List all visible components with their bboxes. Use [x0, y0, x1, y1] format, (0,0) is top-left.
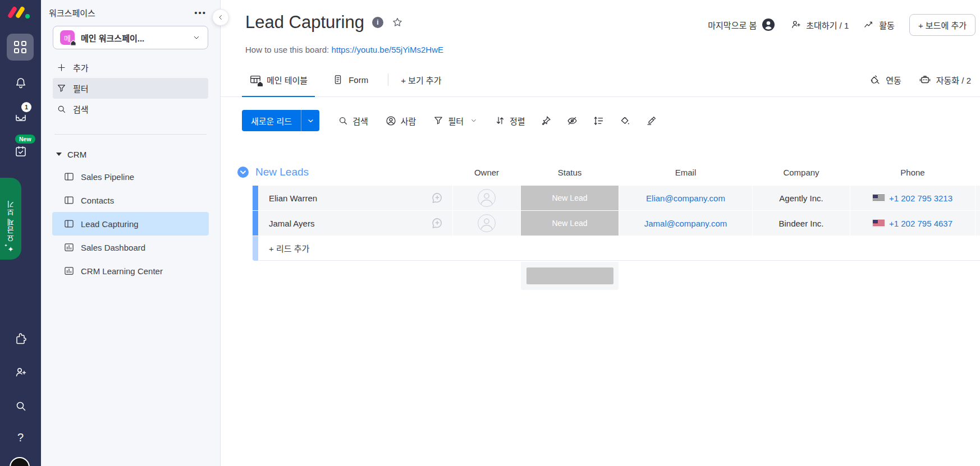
tab-main-table[interactable]: 메인 테이블 — [242, 63, 315, 96]
sidebar-item-label: 추가 — [73, 62, 89, 73]
status-cell[interactable]: New Lead — [521, 211, 619, 236]
sidebar-board-lead-capturing[interactable]: Lead Capturing — [52, 212, 209, 236]
funnel-icon — [433, 115, 444, 126]
tab-label: 메인 테이블 — [267, 74, 308, 86]
email-cell[interactable]: Jamal@company.com — [619, 211, 752, 236]
tab-form[interactable]: Form — [325, 63, 375, 96]
board-info-button[interactable]: i — [372, 17, 383, 28]
viewer-avatar-icon — [761, 17, 776, 32]
sidebar-board-contacts[interactable]: Contacts — [52, 188, 209, 212]
sort-arrows-icon — [494, 115, 506, 126]
email-cell[interactable]: Elian@company.com — [619, 186, 752, 210]
sidebar-item-add[interactable]: 추가 — [53, 57, 208, 78]
dashboard-chart-icon — [63, 242, 75, 253]
integrate-button[interactable]: 연동 — [869, 73, 901, 86]
sidebar-menu-dots[interactable]: ••• — [194, 8, 207, 17]
favorite-star-button[interactable] — [391, 16, 404, 29]
owner-cell[interactable] — [453, 211, 520, 236]
sidebar-board-sales-dashboard[interactable]: Sales Dashboard — [52, 236, 209, 259]
row-color-bar[interactable] — [253, 186, 258, 210]
global-search-button[interactable] — [0, 396, 41, 416]
add-update-button[interactable] — [430, 191, 445, 205]
automate-button[interactable]: 자동화 / 2 — [918, 73, 971, 86]
group-title[interactable]: New Leads — [253, 166, 452, 178]
invite-members-button[interactable] — [0, 362, 41, 382]
user-avatar[interactable] — [10, 457, 30, 466]
board-toolbar: 새로운 리드 검색 사람 필터 정렬 — [242, 107, 657, 135]
view-tabs: 메인 테이블 Form + 보기 추가 연동 — [220, 63, 980, 97]
search-icon — [14, 399, 28, 413]
add-update-button[interactable] — [430, 216, 445, 230]
toolbar-search-button[interactable]: 검색 — [337, 115, 368, 127]
row-height-icon — [593, 115, 605, 127]
column-header-status[interactable]: Status — [521, 168, 619, 177]
column-header-owner[interactable]: Owner — [453, 168, 520, 177]
status-distribution-bar[interactable] — [526, 267, 613, 284]
star-icon — [391, 16, 404, 29]
board-icon — [63, 218, 75, 229]
add-view-button[interactable]: + 보기 추가 — [401, 74, 441, 86]
column-header-phone[interactable]: Phone — [850, 168, 975, 177]
folder-crm[interactable]: CRM — [41, 144, 220, 165]
email-link: Elian@company.com — [646, 193, 725, 203]
column-header-company[interactable]: Company — [753, 168, 850, 177]
see-plans-tab[interactable]: 요금제 보기 ✦✦ — [0, 178, 21, 260]
board-description: How to use this board: https://youtu.be/… — [245, 45, 443, 54]
us-flag-icon — [873, 195, 885, 201]
how-to-link[interactable]: https://youtu.be/55jYiMs2HwE — [331, 45, 443, 54]
toolbar-sort-button[interactable]: 정렬 — [494, 115, 525, 127]
sidebar-divider — [54, 134, 207, 135]
owner-cell[interactable] — [453, 186, 520, 210]
invite-button[interactable]: 초대하기 / 1 — [790, 19, 849, 31]
column-header-email[interactable]: Email — [619, 168, 752, 177]
sidebar-item-filter[interactable]: 필터 — [53, 78, 208, 99]
workspace-selector[interactable]: 메 메인 워크스페이... — [53, 26, 208, 49]
status-cell[interactable]: New Lead — [521, 186, 619, 210]
row-color-bar[interactable] — [253, 211, 258, 236]
toolbar-edit-button[interactable] — [645, 115, 657, 127]
workspace-sidebar: 워크스페이스 ••• 메 메인 워크스페이... 추가 필터 검색 CRM Sa… — [41, 0, 221, 466]
company-cell[interactable]: Agently Inc. — [753, 186, 850, 210]
apps-grid-button[interactable] — [7, 34, 34, 61]
toolbar-filter-button[interactable]: 필터 — [433, 115, 478, 127]
last-seen-button[interactable]: 마지막으로 봄 — [708, 17, 776, 32]
new-lead-label[interactable]: 새로운 리드 — [242, 110, 301, 131]
toolbar-pin-button[interactable] — [540, 115, 552, 127]
toolbar-color-button[interactable] — [619, 115, 631, 127]
apps-marketplace-button[interactable] — [0, 329, 41, 349]
see-plans-label: 요금제 보기 — [6, 200, 16, 242]
home-icon — [257, 80, 264, 87]
add-to-board-button[interactable]: + 보드에 추가 — [909, 14, 976, 36]
sidebar-board-crm-learning-center[interactable]: CRM Learning Center — [52, 259, 209, 283]
caret-down-icon — [56, 153, 62, 156]
company-cell[interactable]: Bindeer Inc. — [753, 211, 850, 236]
inbox-button[interactable]: 1 — [0, 107, 41, 127]
toolbar-row-height-button[interactable] — [593, 115, 605, 127]
phone-link: +1 202 795 3213 — [889, 193, 952, 203]
phone-cell[interactable]: +1 202 795 3213 — [850, 186, 975, 210]
plus-icon — [56, 62, 67, 73]
chevron-down-icon — [192, 33, 201, 42]
work-management-button[interactable]: New — [0, 141, 41, 162]
toolbar-person-button[interactable]: 사람 — [385, 115, 416, 127]
sidebar-item-search[interactable]: 검색 — [53, 99, 208, 119]
monday-logo-icon[interactable] — [8, 5, 31, 22]
new-lead-dropdown[interactable] — [301, 110, 319, 131]
toolbar-hide-button[interactable] — [566, 115, 578, 127]
new-lead-button[interactable]: 새로운 리드 — [242, 110, 319, 131]
notifications-button[interactable] — [0, 73, 41, 93]
phone-cell[interactable]: +1 202 795 4637 — [850, 211, 975, 236]
lead-name-cell[interactable]: Jamal Ayers — [259, 211, 452, 236]
chevron-down-icon[interactable] — [470, 117, 478, 124]
activity-button[interactable]: 활동 — [863, 19, 895, 31]
lead-name-cell[interactable]: Elian Warren — [259, 186, 452, 210]
search-icon — [337, 115, 349, 126]
sidebar-collapse-button[interactable] — [212, 9, 229, 26]
sidebar-board-sales-pipeline[interactable]: Sales Pipeline — [52, 165, 209, 188]
board-label: Contacts — [81, 196, 114, 205]
group-collapse-button[interactable] — [237, 167, 249, 178]
add-lead-button[interactable]: + 리드 추가 — [259, 236, 980, 261]
robot-icon — [918, 73, 932, 86]
sidebar-item-label: 필터 — [73, 82, 89, 94]
help-button[interactable]: ? — [0, 427, 41, 447]
